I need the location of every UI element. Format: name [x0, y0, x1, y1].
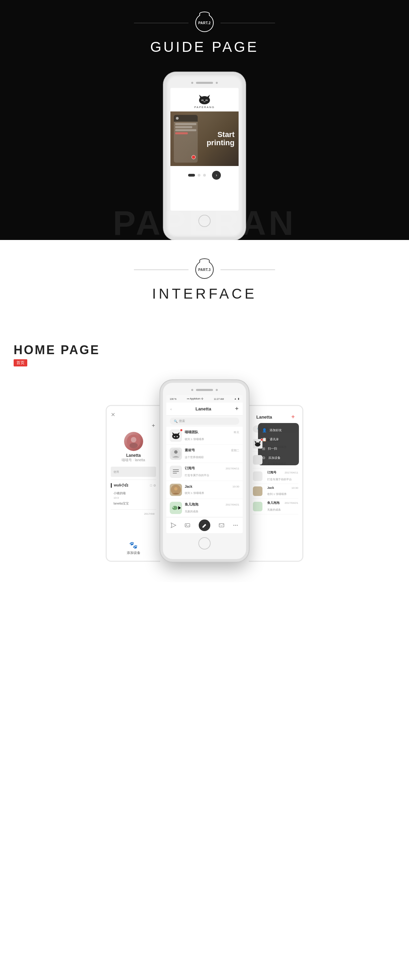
phone-camera2: [216, 82, 218, 84]
phone-main-home-btn[interactable]: [198, 537, 211, 549]
right-chat-row-4[interactable]: Jack 10:30 收到 1 张喵喵券: [253, 484, 298, 499]
chat-avatar-4: [170, 484, 182, 496]
svg-point-35: [237, 525, 238, 526]
svg-point-37: [255, 442, 260, 447]
nav-back-icon[interactable]: ‹: [170, 407, 172, 411]
add-device-label: 添加设备: [127, 550, 140, 555]
chat-avatar-2: [170, 447, 182, 460]
add-icon-side[interactable]: ＋: [151, 422, 156, 429]
chat-name-row-3: 订阅号 2017/04/11: [185, 466, 239, 471]
part2-badge-text: PART.2: [198, 21, 211, 25]
tab-send[interactable]: [170, 522, 177, 528]
right-chat-name-5: 鱼儿泡泡: [267, 501, 280, 505]
part3-line-right: [221, 270, 275, 270]
phone-main-speaker: [196, 389, 213, 391]
chat-row-4[interactable]: Jack 10:30 收到 1 张喵喵券: [166, 481, 243, 499]
page-label-big: HOME PAGE: [14, 343, 395, 357]
nav-plus-btn[interactable]: +: [235, 405, 239, 412]
right-chat-name-3: 订阅号: [267, 470, 277, 475]
chat-preview-2: 这个世界很精彩: [185, 456, 204, 459]
tab-print-button[interactable]: [199, 520, 210, 531]
chat-preview-1: 收到 1 张喵喵券: [185, 438, 204, 441]
avatar-container: Lanetta 喵喵号 · lanetta: [111, 432, 156, 463]
part3-badge-text: PART.3: [198, 268, 211, 272]
send-icon: [170, 522, 177, 528]
status-time: 11:27 AM: [214, 398, 224, 400]
chat-row-2[interactable]: 素材号 星期二 这个世界很精彩: [166, 445, 243, 463]
svg-point-14: [174, 436, 175, 438]
search-bar[interactable]: 🔍 搜索: [170, 418, 239, 425]
phone-home-button[interactable]: [198, 215, 211, 227]
menu-item-add-device[interactable]: ⚙ 添加设备: [258, 453, 299, 463]
image-icon: [185, 522, 191, 528]
cat-avatar-icon: [170, 430, 182, 442]
svg-rect-29: [185, 523, 190, 527]
chat-content-3: 订阅号 2017/04/11 打造专属于你的平台: [185, 466, 239, 477]
right-chat-preview-4: 收到 1 张喵喵券: [267, 493, 286, 496]
right-nav-bar: Lanetta +: [253, 411, 298, 423]
right-chat-row-5[interactable]: 鱼儿泡泡 2017/04/21 无敌的成条: [253, 499, 298, 514]
chat-row-1[interactable]: 喵喵团队 昨天 收到 1 张喵喵券: [166, 427, 243, 445]
chat-content-2: 素材号 星期二 这个世界很精彩: [185, 448, 239, 460]
avatar-image: [127, 434, 140, 448]
phone-speaker: [196, 82, 213, 84]
edit-icon: [202, 523, 207, 528]
avatar-handle: 喵喵号 · lanetta: [122, 458, 145, 463]
svg-rect-32: [219, 523, 224, 527]
chat-preview-5: 无敌的成条: [185, 510, 198, 513]
nav-arrow-btn[interactable]: ›: [212, 171, 221, 180]
carrier-name: ••• Applidium 令: [187, 397, 204, 401]
add-friend-icon: 👤: [262, 428, 267, 433]
svg-point-25: [172, 506, 178, 510]
chat-name-row-4: Jack 10:30: [185, 485, 239, 488]
more-icon: [232, 522, 239, 528]
right-plus-icon[interactable]: +: [291, 414, 295, 421]
header-line-right: [221, 23, 275, 23]
friend-name: wuli小白: [114, 483, 129, 488]
tab-image[interactable]: [185, 522, 191, 528]
right-menu-panel: Lanetta + 🔍 搜索 👤 添加好友 📋 通讯录 ⊞ 扫: [249, 405, 303, 562]
svg-point-9: [129, 443, 138, 448]
right-chat-time-5: 2017/04/21: [285, 501, 298, 504]
right-chat-avatar-5: [253, 502, 263, 511]
right-chat-avatar-2: [253, 455, 263, 465]
nav-dot-2: [198, 174, 201, 177]
status-icons: ▲ ▮: [234, 398, 239, 400]
nav-title: Lanetta: [195, 406, 211, 411]
search-icon: 🔍: [174, 420, 178, 423]
interface-section: PART.3 INTERFACE: [0, 240, 409, 336]
phones-row: ✕ ＋ Lanetta 喵喵号 · lanetta 使用: [14, 380, 395, 562]
phone-screen-guide: PAPERANG: [170, 88, 239, 211]
divider2: [111, 509, 156, 510]
chat-name-row-2: 素材号 星期二: [185, 448, 239, 453]
svg-point-34: [235, 525, 236, 526]
status-left: 100 %: [170, 398, 177, 400]
chat-avatar-1: [170, 430, 182, 442]
svg-rect-20: [173, 471, 179, 472]
right-chat-preview-3: 打造专属于你的平台: [267, 478, 292, 481]
side-drawer-panel: ✕ ＋ Lanetta 喵喵号 · lanetta 使用: [106, 405, 160, 562]
menu-item-contacts[interactable]: 📋 通讯录: [258, 435, 299, 444]
chat-time-1: 昨天: [234, 431, 239, 434]
right-unread-dot: [260, 438, 263, 441]
side-bottom: 🐾 添加设备: [127, 541, 140, 555]
chat-row-3[interactable]: 订阅号 2017/04/11 打造专属于你的平台: [166, 463, 243, 481]
close-icon[interactable]: ✕: [111, 411, 156, 418]
guide-page-section: PART.2 GUIDE PAGE: [0, 0, 409, 240]
chat-time-2: 星期二: [231, 449, 239, 452]
svg-point-8: [131, 437, 136, 442]
tab-mail[interactable]: [218, 522, 224, 528]
menu-item-scan[interactable]: ⊞ 扫一扫: [258, 444, 299, 453]
right-chat-avatar-4: [253, 487, 263, 496]
main-phone-screen: 100 % ••• Applidium 令 11:27 AM ▲ ▮ ‹ Lan…: [166, 395, 243, 533]
menu-item-add-friend[interactable]: 👤 添加好友: [258, 426, 299, 435]
right-chat-content-5: 鱼儿泡泡 2017/04/21 无敌的成条: [267, 501, 298, 512]
chat-avatar-3: [170, 466, 182, 478]
side-chat1-time: 10:3: [113, 496, 156, 500]
part2-badge: PART.2: [195, 14, 214, 32]
side-label: 使用: [113, 470, 119, 474]
tab-more[interactable]: [232, 522, 239, 528]
chat-row-5[interactable]: 鱼儿泡泡 2017/04/21 无敌的成条: [166, 499, 243, 517]
main-phone: 100 % ••• Applidium 令 11:27 AM ▲ ▮ ‹ Lan…: [160, 380, 249, 562]
right-chat-row-3[interactable]: 订阅号 2017/04/11 打造专属于你的平台: [253, 468, 298, 484]
